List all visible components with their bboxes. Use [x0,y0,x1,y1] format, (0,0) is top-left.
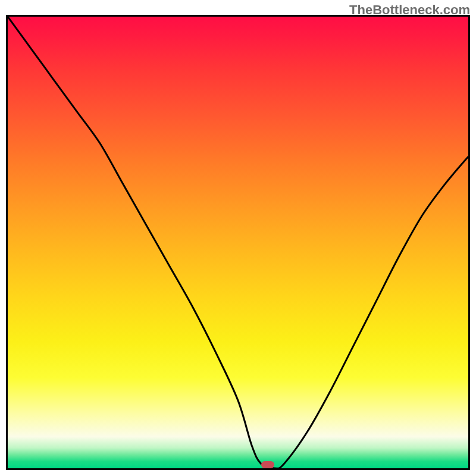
curve-path [8,17,468,468]
watermark-label: TheBottleneck.com [349,2,470,18]
optimum-marker [261,461,274,468]
bottleneck-curve [8,17,468,468]
plot-area [6,15,470,470]
